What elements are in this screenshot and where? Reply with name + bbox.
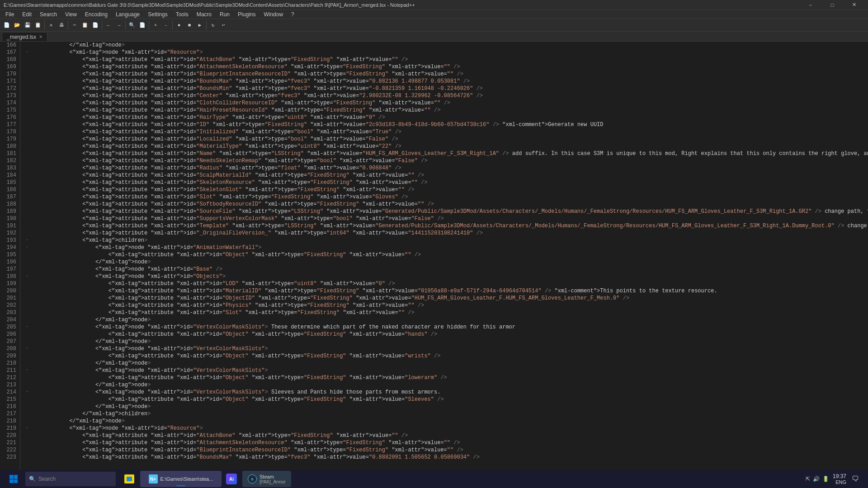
code-line-188: <"xml-tag">attribute "xml-attr">id="Soft… (24, 201, 868, 208)
undo-button[interactable]: ← (104, 20, 113, 30)
toolbar-separator-5 (149, 21, 149, 30)
maximize-button[interactable]: □ (822, 0, 843, 10)
fold-gutter-205[interactable]: − (24, 324, 30, 331)
code-text-211: <"xml-tag">node "xml-attr">id="VertexCol… (30, 367, 868, 374)
code-text-202: <"xml-tag">attribute "xml-attr">id="Phys… (30, 302, 868, 309)
taskbar-steam-item[interactable]: S Steam [PAK]_Armor (242, 471, 291, 487)
fold-gutter-214[interactable]: − (24, 389, 30, 396)
menu-encoding[interactable]: Encoding (81, 10, 111, 19)
code-line-173: <"xml-tag">attribute "xml-attr">id="Cent… (24, 92, 868, 99)
close-button[interactable]: ✕ (46, 20, 56, 30)
code-text-222: <"xml-tag">attribute "xml-attr">id="Blue… (30, 446, 868, 454)
code-text-214: <"xml-tag">node "xml-attr">id="VertexCol… (30, 389, 868, 396)
search-icon: 🔍 (29, 476, 36, 483)
code-line-216: </"xml-tag">node> (24, 403, 868, 410)
menu-help[interactable]: ? (288, 10, 298, 19)
menu-edit[interactable]: Edit (19, 10, 35, 19)
menu-tools[interactable]: Tools (172, 10, 192, 19)
code-line-213: </"xml-tag">node> (24, 381, 868, 389)
code-text-175: <"xml-tag">attribute "xml-attr">id="Hair… (30, 107, 868, 114)
menu-settings[interactable]: Settings (144, 10, 171, 19)
code-text-217: </"xml-tag">children> (30, 410, 868, 418)
taskbar-app-notepad[interactable]: N+ E:\Games\Steam\stea... (140, 471, 222, 487)
fold-gutter-211[interactable]: − (24, 367, 30, 374)
code-text-198: <"xml-tag">node "xml-attr">id="Objects"> (30, 273, 868, 280)
steam-icon: S (248, 474, 257, 483)
menu-view[interactable]: View (61, 10, 80, 19)
code-line-207: </"xml-tag">node> (24, 338, 868, 345)
macro-stop-button[interactable]: ■ (184, 20, 194, 30)
taskbar-right: ⇱ 🔊 🔋 19:37 ENG 🗨 (806, 471, 864, 487)
save-button[interactable]: 💾 (23, 20, 33, 30)
windows-logo (9, 475, 18, 483)
code-text-168: <"xml-tag">attribute "xml-attr">id="Atta… (30, 56, 868, 63)
fold-gutter-167[interactable]: − (24, 49, 30, 56)
toolbar: 📄 📂 💾 📋 ✕ 🖶 ✂ 📋 📄 ← → 🔍 📄 + - ● ■ ▶ ↻ ↩ (0, 19, 868, 32)
code-line-181: <"xml-tag">attribute "xml-attr">id="Name… (24, 150, 868, 157)
code-line-203: <"xml-tag">attribute "xml-attr">id="Slot… (24, 309, 868, 316)
menu-macro[interactable]: Macro (193, 10, 215, 19)
menu-run[interactable]: Run (216, 10, 233, 19)
code-line-198: − <"xml-tag">node "xml-attr">id="Objects… (24, 273, 868, 280)
redo-button[interactable]: → (114, 20, 124, 30)
code-line-176: <"xml-tag">attribute "xml-attr">id="Hair… (24, 114, 868, 121)
zoom-out-button[interactable]: - (161, 20, 171, 30)
paste-button[interactable]: 📄 (90, 20, 100, 30)
code-text-190: <"xml-tag">attribute "xml-attr">id="Supp… (30, 215, 868, 222)
code-line-221: <"xml-tag">attribute "xml-attr">id="Atta… (24, 439, 868, 446)
fold-gutter-219[interactable]: − (24, 425, 30, 432)
editor-area: 1661671681691701711721731741751761771781… (0, 42, 868, 479)
code-area[interactable]: </"xml-tag">node>− <"xml-tag">node "xml-… (20, 42, 868, 479)
code-line-183: <"xml-tag">attribute "xml-attr">id="Radi… (24, 164, 868, 172)
menu-language[interactable]: Language (112, 10, 143, 19)
sync-button[interactable]: ↻ (208, 20, 218, 30)
code-line-190: <"xml-tag">attribute "xml-attr">id="Supp… (24, 215, 868, 222)
copy-button[interactable]: 📋 (80, 20, 90, 30)
fold-gutter-198[interactable]: − (24, 273, 30, 280)
notification-center[interactable]: 🗨 (850, 471, 861, 487)
tab-close-button[interactable]: ✕ (39, 34, 42, 39)
fold-gutter-208[interactable]: − (24, 345, 30, 352)
code-text-204: </"xml-tag">node> (30, 316, 868, 324)
open-button[interactable]: 📂 (12, 20, 22, 30)
code-text-182: <"xml-tag">attribute "xml-attr">id="Need… (30, 157, 868, 164)
taskbar-app-explorer[interactable] (119, 471, 139, 487)
code-line-194: − <"xml-tag">node "xml-attr">id="Animati… (24, 244, 868, 251)
menu-file[interactable]: File (2, 10, 18, 19)
fold-gutter-193[interactable]: − (24, 237, 30, 244)
macro-record-button[interactable]: ● (174, 20, 184, 30)
code-line-217: </"xml-tag">children> (24, 410, 868, 418)
close-button[interactable]: ✕ (844, 0, 864, 10)
replace-button[interactable]: 📄 (137, 20, 147, 30)
file-tab[interactable]: _merged.lsx ✕ (2, 32, 47, 41)
code-line-185: <"xml-tag">attribute "xml-attr">id="Skel… (24, 179, 868, 186)
code-text-172: <"xml-tag">attribute "xml-attr">id="Boun… (30, 85, 868, 92)
macro-play-button[interactable]: ▶ (195, 20, 205, 30)
code-line-170: <"xml-tag">attribute "xml-attr">id="Blue… (24, 70, 868, 78)
code-line-178: <"xml-tag">attribute "xml-attr">id="Init… (24, 128, 868, 136)
code-text-213: </"xml-tag">node> (30, 381, 868, 389)
cut-button[interactable]: ✂ (70, 20, 80, 30)
wrap-button[interactable]: ↩ (218, 20, 228, 30)
code-text-223: <"xml-tag">attribute "xml-attr">id="Boun… (30, 454, 868, 461)
minimize-button[interactable]: − (800, 0, 821, 10)
taskbar-app-ai[interactable]: Ai (222, 471, 241, 487)
battery-icon: 🔋 (822, 476, 829, 482)
find-button[interactable]: 🔍 (127, 20, 137, 30)
zoom-in-button[interactable]: + (151, 20, 160, 30)
code-line-179: <"xml-tag">attribute "xml-attr">id="Loca… (24, 136, 868, 143)
fold-gutter-194[interactable]: − (24, 244, 30, 251)
code-line-210: </"xml-tag">node> (24, 360, 868, 367)
taskbar-search[interactable]: 🔍 Search (25, 472, 116, 486)
code-text-195: <"xml-tag">attribute "xml-attr">id="Obje… (30, 251, 868, 258)
save-all-button[interactable]: 📋 (33, 20, 43, 30)
menu-window[interactable]: Window (260, 10, 287, 19)
code-text-197: <"xml-tag">node "xml-attr">id="Base" /> (30, 266, 868, 273)
menu-plugins[interactable]: Plugins (234, 10, 259, 19)
menu-search[interactable]: Search (36, 10, 61, 19)
start-button[interactable] (4, 471, 24, 487)
code-text-185: <"xml-tag">attribute "xml-attr">id="Skel… (30, 179, 868, 186)
code-text-201: <"xml-tag">attribute "xml-attr">id="Obje… (30, 295, 868, 302)
new-button[interactable]: 📄 (2, 20, 12, 30)
print-button[interactable]: 🖶 (57, 20, 66, 30)
